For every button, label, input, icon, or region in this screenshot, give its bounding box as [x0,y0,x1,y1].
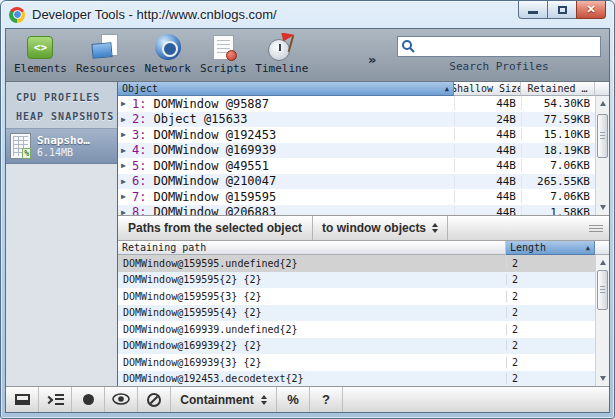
search-input[interactable] [397,36,601,57]
disclosure-triangle-icon[interactable]: ▶ [121,161,132,170]
clear-button[interactable] [138,387,171,412]
paths-bar: Paths from the selected object to window… [118,215,609,241]
console-icon [46,394,64,405]
titlebar[interactable]: Developer Tools - http://www.cnblogs.com… [1,1,614,28]
scroll-up-icon[interactable] [596,97,609,110]
minimize-button[interactable] [518,1,548,19]
table-row[interactable]: ▶8:DOMWindow @206883 44B1.58KB [118,205,595,216]
dock-button[interactable] [6,387,39,412]
retaining-paths-table: DOMWindow@159595.undefined{2}2 DOMWindow… [118,255,609,386]
eye-icon [112,391,130,409]
search-area: Search Profiles [397,36,601,73]
section-heap-snapshots: HEAP SNAPSHOTS [6,107,117,126]
path-row-selected[interactable]: DOMWindow@159595.undefined{2}2 [118,255,595,272]
window-title: Developer Tools - http://www.cnblogs.com… [32,7,277,22]
path-row[interactable]: DOMWindow@159595{2} {2}2 [118,272,595,289]
disclosure-triangle-icon[interactable]: ▶ [121,146,132,155]
tab-elements[interactable]: Elements [14,29,67,81]
disclosure-triangle-icon[interactable]: ▶ [121,115,132,124]
scroll-down-icon[interactable] [596,201,609,214]
object-table-scrollbar[interactable] [595,96,609,215]
minimize-icon [528,11,538,14]
sort-ascending-icon: ▲ [445,85,449,93]
paths-target-dropdown[interactable]: to window objects [313,221,447,235]
column-header-retained[interactable]: Retained … [521,82,595,96]
table-row[interactable]: ▶7:DOMWindow @159595 44B7.06KB [118,189,595,205]
paths-table-scrollbar[interactable] [595,255,609,386]
dock-icon [15,394,30,405]
section-cpu-profiles: CPU PROFILES [6,88,117,107]
search-label: Search Profiles [449,60,548,73]
scroll-down-icon[interactable] [596,372,609,385]
record-icon [83,394,94,405]
search-icon [401,39,415,57]
sidebar-item-snapshot[interactable]: % Snapsho… 6.14MB [6,128,117,164]
path-row[interactable]: DOMWindow@159595{4} {2}2 [118,305,595,322]
table-row[interactable]: ▶2:Object @15633 24B77.59KB [118,112,595,128]
disclosure-triangle-icon[interactable]: ▶ [121,177,132,186]
dropdown-arrows-icon [261,395,267,405]
table-row[interactable]: ▶3:DOMWindow @192453 44B15.10KB [118,127,595,143]
window-controls: ✕ [519,1,606,19]
block-icon [147,393,161,407]
view-mode-dropdown[interactable]: Containment [171,387,277,412]
help-button[interactable]: ? [310,387,343,412]
profiles-sidebar: CPU PROFILES HEAP SNAPSHOTS % Snapsho… 6… [6,82,118,386]
scripts-icon [208,32,238,62]
table-row[interactable]: ▶6:DOMWindow @210047 44B265.55KB [118,174,595,190]
chrome-logo-icon [9,7,25,23]
column-header-object[interactable]: Object ▲ [118,82,454,96]
scrollbar-thumb[interactable] [597,114,608,158]
overflow-chevron-icon[interactable]: » [368,52,376,67]
percent-button[interactable]: % [277,387,310,412]
column-header-retaining-path[interactable]: Retaining path [118,241,506,255]
sort-ascending-icon: ▲ [586,244,590,252]
inspect-button[interactable] [105,387,138,412]
panel-toolbar: Elements Resources Network Scripts Timel… [6,29,609,82]
path-row[interactable]: DOMWindow@169939{3} {2}2 [118,354,595,371]
network-icon [153,32,183,62]
snapshot-icon: % [10,133,31,159]
scrollbar-thumb[interactable] [597,270,608,310]
record-button[interactable] [72,387,105,412]
resources-icon [91,32,121,62]
scroll-up-icon[interactable] [596,256,609,269]
elements-icon [25,32,55,62]
close-button[interactable]: ✕ [576,1,606,19]
snapshot-size: 6.14MB [37,147,90,158]
path-row[interactable]: DOMWindow@169939{2} {2}2 [118,338,595,355]
tab-network[interactable]: Network [145,29,191,81]
disclosure-triangle-icon[interactable]: ▶ [121,99,132,108]
tab-resources[interactable]: Resources [76,29,136,81]
path-row[interactable]: DOMWindow@159595{3} {2}2 [118,288,595,305]
tab-timeline[interactable]: Timeline [255,29,308,81]
column-header-shallow-size[interactable]: Shallow Size [454,82,521,96]
disclosure-triangle-icon[interactable]: ▶ [121,130,132,139]
snapshot-title: Snapsho… [37,134,90,147]
devtools-content: Elements Resources Network Scripts Timel… [5,28,610,413]
dropdown-arrows-icon [432,223,438,233]
tab-scripts[interactable]: Scripts [200,29,246,81]
heap-object-table: Object ▲ Shallow Size Retained … [118,82,609,215]
path-row[interactable]: DOMWindow@169939.undefined{2}2 [118,321,595,338]
splitter-grip[interactable] [589,225,603,232]
paths-bar-title: Paths from the selected object [118,221,312,235]
status-toolbar: Containment % ? [6,386,609,412]
table-row[interactable]: ▶5:DOMWindow @49551 44B7.06KB [118,158,595,174]
table-row[interactable]: ▶4:DOMWindow @169939 44B18.19KB [118,143,595,159]
console-button[interactable] [39,387,72,412]
disclosure-triangle-icon[interactable]: ▶ [121,208,132,215]
table-row[interactable]: ▶1:DOMWindow @95887 44B54.30KB [118,96,595,112]
path-row[interactable]: DOMWindow@192453.decodetext{2}2 [118,371,595,387]
maximize-button[interactable] [547,1,577,19]
disclosure-triangle-icon[interactable]: ▶ [121,192,132,201]
devtools-window: Developer Tools - http://www.cnblogs.com… [0,0,615,419]
maximize-icon [558,6,567,14]
timeline-icon [267,32,297,62]
column-header-length[interactable]: Length ▲ [506,241,595,255]
